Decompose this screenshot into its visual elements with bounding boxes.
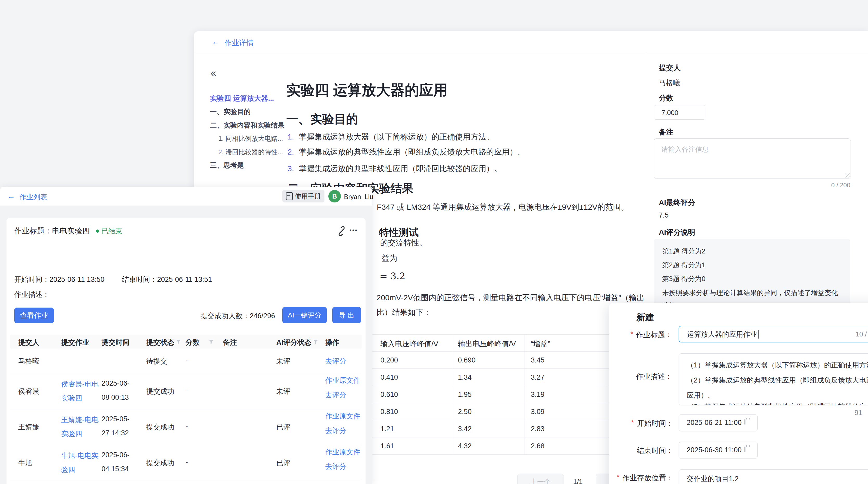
table-cell: 1.21 (380, 425, 394, 433)
title-char-counter: 10 / (856, 330, 867, 338)
table-cell: 3.42 (458, 425, 472, 433)
submit-time: 2025-05- (101, 415, 130, 423)
title-value: 运算放大器的应用作业 (687, 330, 757, 339)
toc-item-content[interactable]: 二、实验内容和实验结果 (210, 121, 284, 130)
table-border (363, 368, 647, 369)
file-link[interactable]: 实验四 (61, 393, 82, 403)
ai-reason-line: 未按照要求分析与理论计算结果的异同，仅描述了增益变化 (662, 288, 838, 297)
grade-link[interactable]: 去评分 (325, 357, 346, 366)
toc-subitem-2[interactable]: 2. 滞回比较器的特性... (218, 148, 283, 156)
location-select[interactable]: 交作业的项目1.2 (679, 470, 868, 484)
doc-paragraph-chip: F347 或 LM324 等通用集成运算放大器，电源电压在±9V到±12V的范围… (377, 202, 629, 213)
list-number: 2. (287, 148, 294, 156)
grade-link[interactable]: 去评分 (325, 390, 346, 400)
col-header-ai: AI评分状态 (276, 338, 311, 347)
purpose-item: 1. 掌握集成运算放大器（以下简称运放）的正确使用方法。 (287, 132, 494, 142)
required-mark: * (630, 330, 633, 338)
desc-line: （2）掌握集成运放的典型线性应用（即组成负反馈放大电路的 (687, 375, 868, 385)
start-time-label: 开始时间： (14, 276, 50, 283)
student-name: 牛旭 (18, 458, 32, 467)
table-border (363, 403, 647, 403)
prev-page-button[interactable]: 上一个 (517, 474, 564, 484)
doc-title: 实验四 运算放大器的应用 (286, 81, 447, 100)
status-badge: 已结束 (101, 226, 122, 236)
ai-score-label: AI最终评分 (659, 198, 695, 208)
note-label: 备注 (659, 127, 673, 137)
title-input[interactable]: 运算放大器的应用作业 10 / (679, 326, 868, 342)
score-label: 分数 (659, 93, 673, 103)
start-time: 2025-06-11 13:50 (50, 276, 104, 283)
table-cell: 0.200 (380, 356, 398, 364)
grade-link[interactable]: 去评分 (325, 426, 346, 435)
field-label-title: 作业标题： (636, 330, 672, 340)
table-cell: 3.09 (531, 408, 545, 416)
ai-status: 未评 (276, 357, 290, 366)
back-to-list-link[interactable]: 作业列表 (19, 192, 48, 202)
file-link[interactable]: 实验四 (61, 429, 82, 438)
required-mark: * (617, 473, 620, 481)
table-border (363, 386, 647, 386)
table-cell: 2.50 (458, 408, 472, 416)
original-file-link[interactable]: 作业原文件 (325, 412, 360, 421)
ai-reason-line: 第3题 得分为0 (662, 274, 705, 283)
col-header-file: 提交作业 (61, 338, 89, 347)
page-indicator: 1/1 (573, 478, 583, 484)
start-time-picker[interactable]: 2025-06-21 11:00 (679, 414, 758, 431)
toc-item-questions[interactable]: 三、思考题 (210, 161, 244, 170)
table-cell: 0.410 (380, 373, 398, 382)
ai-grade-all-button[interactable]: AI一键评分 (282, 307, 327, 323)
list-header: ← 作业列表 使用手册 B Bryan_Liu (0, 187, 372, 206)
resize-handle[interactable] (845, 173, 849, 178)
table-cell: 0.810 (380, 408, 398, 416)
toc-item-active[interactable]: 实验四 运算放大器... (210, 94, 274, 103)
student-name: 王婧婕 (18, 422, 39, 432)
original-file-link[interactable]: 作业原文件 (325, 376, 360, 385)
ai-status: 已评 (276, 458, 290, 467)
original-file-link[interactable]: 作业原文件 (325, 483, 360, 484)
username[interactable]: Bryan_Liu (344, 193, 373, 201)
col-header-action: 操作 (325, 338, 339, 347)
desc-textarea[interactable]: （1）掌握集成运算放大器（以下简称运放）的正确使用方法。 （2）掌握集成运放的典… (679, 353, 868, 405)
status-dot (96, 230, 99, 233)
back-arrow-icon[interactable]: ← (212, 37, 220, 47)
table-cell: 1.61 (380, 442, 394, 450)
avatar[interactable]: B (328, 190, 341, 203)
assignment-list-window: ← 作业列表 使用手册 B Bryan_Liu 作业标题： 电电实验四 已结束 … (0, 187, 372, 484)
back-to-detail-link[interactable]: 作业详情 (224, 38, 254, 48)
end-time-picker[interactable]: 2025-06-30 11:00 (679, 442, 758, 459)
assignment-title-row: 作业标题： 电电实验四 已结束 (14, 226, 122, 236)
table-border (363, 437, 647, 437)
original-file-link[interactable]: 作业原文件 (325, 447, 360, 457)
doc-paragraph-ac: 的交流特性。 (380, 238, 427, 248)
location-value: 交作业的项目1.2 (687, 474, 739, 483)
submit-time: 2025-06- (101, 380, 130, 388)
back-arrow-icon[interactable]: ← (7, 191, 15, 200)
submit-time: 04 15:34 (101, 465, 129, 473)
toc-subitem-1[interactable]: 1. 同相比例放大电路... (218, 134, 283, 143)
doc-heading-test: 特性测试 (379, 226, 418, 239)
note-textarea[interactable]: 请输入备注信息 (654, 139, 851, 179)
toc-item-purpose[interactable]: 一、实验目的 (210, 107, 251, 116)
file-link[interactable]: 牛旭-电电实 (61, 451, 99, 460)
purpose-text: 掌握集成运放的典型非线性应用（即滞回比较器的应用）。 (299, 164, 502, 173)
table-border (363, 351, 647, 352)
score-cell: - (186, 458, 188, 466)
collapse-sidebar-icon[interactable]: « (211, 67, 216, 79)
grade-link[interactable]: 去评分 (325, 462, 346, 471)
link-icon[interactable] (336, 226, 347, 236)
file-link[interactable]: 验四 (61, 465, 75, 474)
file-link[interactable]: 王婧婕-电电 (61, 415, 99, 424)
view-assignment-button[interactable]: 查看作业 (14, 308, 54, 323)
more-icon[interactable]: ••• (349, 227, 358, 234)
end-time-value: 2025-06-30 11:00 (687, 446, 742, 454)
col-header: 输入电压峰峰值/V (380, 339, 438, 349)
row-divider (10, 444, 362, 444)
doc-heading-purpose: 一、实验目的 (286, 111, 358, 127)
submit-time: 27 14:32 (101, 429, 129, 437)
col-header-name: 提交人 (18, 338, 39, 347)
export-button[interactable]: 导 出 (332, 307, 361, 323)
score-input[interactable]: 7.000 (654, 105, 705, 120)
file-link[interactable]: 侯睿晨-电电 (61, 380, 99, 389)
table-cell: 0.690 (458, 356, 476, 364)
manual-button[interactable]: 使用手册 (282, 190, 324, 203)
